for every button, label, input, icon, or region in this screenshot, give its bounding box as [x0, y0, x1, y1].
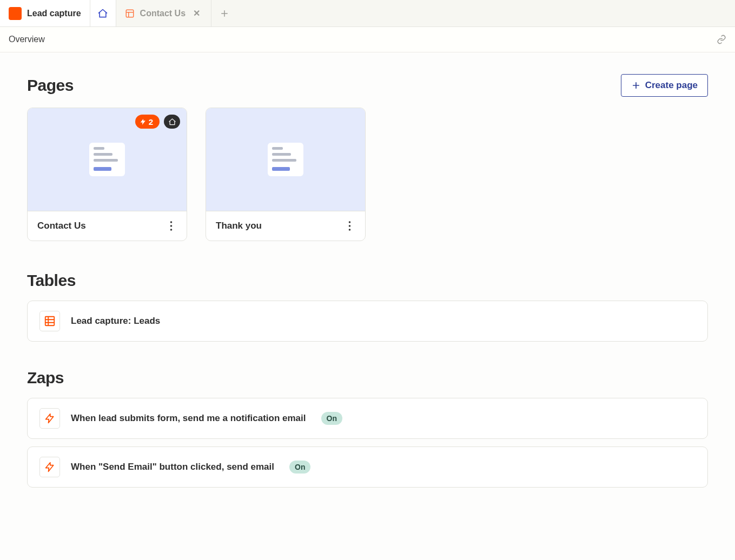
- svg-point-3: [170, 229, 173, 231]
- lightning-icon: [140, 118, 147, 125]
- status-badge: On: [321, 412, 342, 425]
- tab-bar: Lead capture Contact Us ✕: [0, 0, 735, 27]
- section-title-pages: Pages: [27, 76, 74, 95]
- link-icon[interactable]: [717, 35, 726, 44]
- app-icon: [9, 7, 22, 20]
- page-card[interactable]: 2 Contact Us: [27, 108, 187, 241]
- section-tables: Tables Lead capture: Leads: [27, 271, 708, 342]
- page-card-title: Contact Us: [37, 221, 86, 231]
- tab-page[interactable]: Contact Us ✕: [116, 0, 211, 26]
- page-card-title: Thank you: [216, 221, 262, 231]
- close-icon[interactable]: ✕: [191, 8, 202, 18]
- section-head-pages: Pages Create page: [27, 74, 708, 97]
- section-pages: Pages Create page 2: [27, 74, 708, 241]
- zap-icon-box: [39, 457, 60, 477]
- table-icon-box: [39, 311, 60, 331]
- home-icon: [97, 8, 108, 19]
- svg-point-1: [170, 221, 173, 223]
- section-title-tables: Tables: [27, 271, 76, 290]
- create-page-button[interactable]: Create page: [621, 74, 708, 97]
- svg-rect-0: [126, 10, 134, 17]
- zap-row-title: When lead submits form, send me a notifi…: [71, 413, 306, 424]
- section-head-tables: Tables: [27, 271, 708, 290]
- svg-point-6: [349, 229, 351, 231]
- tab-page-label: Contact Us: [140, 9, 186, 18]
- zap-row-title: When "Send Email" button clicked, send e…: [71, 462, 274, 472]
- plus-icon: [631, 81, 641, 90]
- zap-row[interactable]: When "Send Email" button clicked, send e…: [27, 446, 708, 488]
- svg-point-5: [349, 225, 351, 227]
- tab-home-icon[interactable]: [90, 0, 116, 26]
- plus-icon: [220, 9, 229, 18]
- page-preview: 2: [28, 108, 187, 211]
- page-card-footer: Contact Us: [28, 211, 187, 241]
- kebab-icon: [170, 221, 173, 231]
- svg-point-2: [170, 225, 173, 227]
- table-row[interactable]: Lead capture: Leads: [27, 301, 708, 342]
- home-badge: [164, 115, 180, 129]
- section-zaps: Zaps When lead submits form, send me a n…: [27, 369, 708, 488]
- form-preview-icon: [268, 143, 303, 176]
- table-icon: [44, 315, 56, 327]
- page-card-menu-button[interactable]: [344, 219, 355, 233]
- tab-label: Lead capture: [27, 9, 81, 18]
- page-preview: [206, 108, 365, 211]
- main-content: Pages Create page 2: [0, 52, 735, 536]
- pages-cards-row: 2 Contact Us: [27, 108, 708, 241]
- home-icon: [168, 118, 176, 126]
- section-head-zaps: Zaps: [27, 369, 708, 387]
- page-card-footer: Thank you: [206, 211, 365, 241]
- interface-icon: [125, 9, 135, 18]
- create-page-label: Create page: [645, 80, 698, 91]
- lightning-icon: [44, 462, 55, 472]
- status-badge: On: [289, 461, 310, 474]
- form-preview-icon: [89, 143, 125, 176]
- svg-point-4: [349, 221, 351, 223]
- subheader-actions: [717, 35, 726, 44]
- zap-count-badge: 2: [135, 115, 160, 129]
- zap-icon-box: [39, 408, 60, 429]
- tab-add-button[interactable]: [211, 0, 237, 26]
- page-card-menu-button[interactable]: [165, 219, 177, 233]
- kebab-icon: [348, 221, 351, 231]
- breadcrumb: Overview: [9, 35, 45, 44]
- page-card[interactable]: Thank you: [206, 108, 366, 241]
- table-row-title: Lead capture: Leads: [71, 316, 160, 326]
- svg-rect-7: [45, 317, 55, 326]
- preview-badges: 2: [135, 115, 180, 129]
- section-title-zaps: Zaps: [27, 369, 64, 387]
- tab-app-home[interactable]: Lead capture: [0, 0, 90, 26]
- zap-count: 2: [149, 117, 153, 126]
- lightning-icon: [44, 413, 55, 424]
- zap-row[interactable]: When lead submits form, send me a notifi…: [27, 398, 708, 439]
- sub-header: Overview: [0, 27, 735, 52]
